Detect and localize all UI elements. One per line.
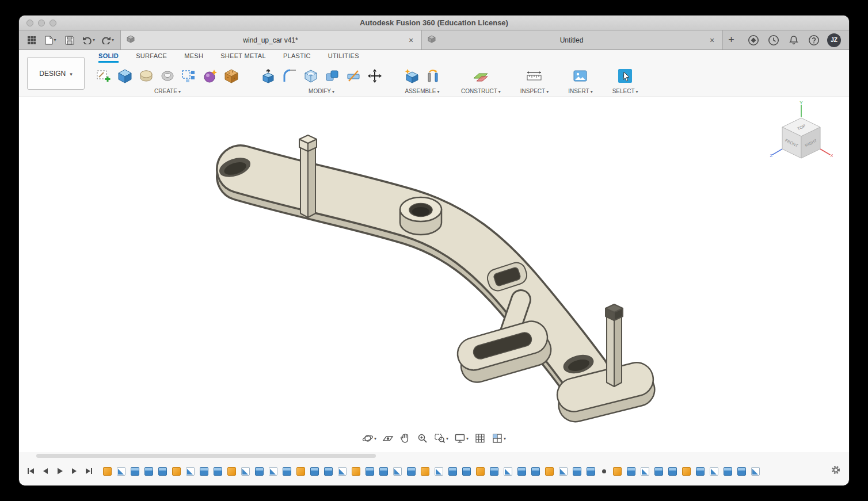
timeline-feature-flag-icon[interactable]	[710, 467, 718, 476]
timeline-feature-sketch-icon[interactable]	[172, 467, 181, 476]
insert-image-icon[interactable]	[572, 67, 589, 85]
gear-icon[interactable]	[831, 465, 841, 477]
timeline-feature-extrude-icon[interactable]	[627, 467, 635, 476]
timeline-feature-extrude-icon[interactable]	[324, 467, 333, 476]
group-assemble-dropdown[interactable]: ASSEMBLE	[405, 88, 440, 94]
group-insert-dropdown[interactable]: INSERT	[568, 88, 593, 94]
doc-tab-wind-up-car[interactable]: wind_up_car v41*	[120, 30, 421, 49]
file-icon[interactable]	[44, 33, 58, 47]
timeline-feature-flag-icon[interactable]	[751, 467, 760, 476]
tab-close-icon[interactable]	[406, 36, 416, 45]
timeline-feature-extrude-icon[interactable]	[462, 467, 471, 476]
minimize-window-button[interactable]	[38, 20, 45, 26]
timeline-feature-flag-icon[interactable]	[117, 467, 125, 476]
timeline-feature-extrude-icon[interactable]	[158, 467, 167, 476]
timeline-feature-extrude-icon[interactable]	[517, 467, 526, 476]
tab-close-icon[interactable]	[707, 36, 717, 45]
timeline-feature-sketch-icon[interactable]	[613, 467, 622, 476]
timeline-feature-extrude-icon[interactable]	[407, 467, 416, 476]
construction-plane-icon[interactable]	[472, 67, 489, 85]
timeline-feature-sketch-icon[interactable]	[545, 467, 554, 476]
doc-tab-untitled[interactable]: Untitled	[421, 30, 722, 49]
cylinder-hole-icon[interactable]	[159, 67, 176, 85]
timeline-feature-extrude-icon[interactable]	[255, 467, 264, 476]
workspace-selector-button[interactable]: DESIGN	[27, 57, 85, 90]
revolve-icon[interactable]	[138, 67, 155, 85]
timeline-feature-extrude-icon[interactable]	[379, 467, 388, 476]
timeline-feature-extrude-icon[interactable]	[490, 467, 498, 476]
ribbon-tab-utilities[interactable]: UTILITIES	[328, 52, 359, 63]
go-to-start-button[interactable]	[26, 466, 36, 476]
clock-icon[interactable]	[767, 33, 781, 47]
textured-cube-icon[interactable]	[223, 67, 240, 85]
shell-icon[interactable]	[302, 67, 319, 85]
timeline-feature-flag-icon[interactable]	[393, 467, 402, 476]
timeline-feature-extrude-icon[interactable]	[724, 467, 732, 476]
primitive-box-icon[interactable]	[116, 67, 134, 85]
app-grid-icon[interactable]	[25, 33, 39, 47]
timeline-feature-extrude-icon[interactable]	[654, 467, 663, 476]
create-form-icon[interactable]	[201, 67, 219, 85]
group-construct-dropdown[interactable]: CONSTRUCT	[461, 88, 501, 94]
orbit-icon[interactable]: ▾	[362, 433, 376, 444]
fillet-icon[interactable]	[281, 67, 298, 85]
play-button[interactable]	[55, 466, 65, 476]
extensions-icon[interactable]	[747, 33, 760, 47]
timeline-feature-sketch-icon[interactable]	[476, 467, 485, 476]
zoom-icon[interactable]	[417, 433, 428, 444]
ribbon-tab-mesh[interactable]: MESH	[184, 52, 203, 63]
timeline-feature-flag-icon[interactable]	[435, 467, 443, 476]
timeline-feature-extrude-icon[interactable]	[668, 467, 677, 476]
timeline-feature-extrude-icon[interactable]	[200, 467, 208, 476]
joint-icon[interactable]	[424, 67, 441, 85]
step-forward-button[interactable]	[69, 466, 79, 476]
bell-icon[interactable]	[787, 33, 801, 47]
undo-icon[interactable]	[82, 33, 96, 47]
group-create-dropdown[interactable]: CREATE	[154, 88, 181, 94]
timeline-feature-extrude-icon[interactable]	[310, 467, 319, 476]
timeline-feature-flag-icon[interactable]	[338, 467, 347, 476]
ribbon-tab-sheet-metal[interactable]: SHEET METAL	[220, 52, 266, 63]
timeline-feature-extrude-icon[interactable]	[531, 467, 540, 476]
press-pull-icon[interactable]	[260, 67, 277, 85]
new-component-icon[interactable]	[403, 67, 420, 85]
combine-icon[interactable]	[323, 67, 341, 85]
timeline-scrollbar[interactable]	[36, 454, 376, 458]
timeline-feature-point-icon[interactable]	[602, 469, 606, 473]
timeline-feature-flag-icon[interactable]	[559, 467, 568, 476]
display-settings-icon[interactable]: ▾	[454, 433, 469, 444]
timeline-feature-extrude-icon[interactable]	[144, 467, 153, 476]
timeline-feature-sketch-icon[interactable]	[296, 467, 305, 476]
create-sketch-icon[interactable]	[95, 67, 112, 85]
model-3d[interactable]	[180, 114, 658, 425]
timeline-feature-sketch-icon[interactable]	[352, 467, 360, 476]
redo-icon[interactable]	[101, 33, 115, 47]
close-window-button[interactable]	[26, 20, 33, 26]
timeline-feature-flag-icon[interactable]	[504, 467, 512, 476]
timeline-feature-extrude-icon[interactable]	[696, 467, 705, 476]
viewport-canvas[interactable]: Y X Z TOP FRONT RIGHT ▾	[19, 97, 849, 452]
timeline-feature-sketch-icon[interactable]	[227, 467, 236, 476]
user-avatar[interactable]: JZ	[827, 33, 841, 47]
timeline-feature-sketch-icon[interactable]	[103, 467, 112, 476]
timeline-feature-extrude-icon[interactable]	[283, 467, 291, 476]
group-select-dropdown[interactable]: SELECT	[612, 88, 638, 94]
timeline-feature-extrude-icon[interactable]	[737, 467, 746, 476]
timeline-feature-extrude-icon[interactable]	[366, 467, 374, 476]
go-to-end-button[interactable]	[83, 466, 94, 476]
timeline-feature-flag-icon[interactable]	[186, 467, 195, 476]
ribbon-tab-plastic[interactable]: PLASTIC	[283, 52, 311, 63]
timeline-feature-extrude-icon[interactable]	[448, 467, 457, 476]
group-modify-dropdown[interactable]: MODIFY	[309, 88, 334, 94]
grid-icon[interactable]	[474, 433, 486, 444]
timeline-feature-extrude-icon[interactable]	[214, 467, 222, 476]
zoom-window-button[interactable]	[50, 20, 56, 26]
pan-icon[interactable]	[399, 433, 411, 444]
view-cube[interactable]: Y X Z TOP FRONT RIGHT	[770, 101, 833, 170]
timeline-feature-sketch-icon[interactable]	[421, 467, 429, 476]
split-body-icon[interactable]	[345, 67, 362, 85]
ribbon-tab-surface[interactable]: SURFACE	[136, 52, 167, 63]
timeline-feature-flag-icon[interactable]	[269, 467, 277, 476]
look-at-icon[interactable]	[382, 433, 394, 444]
timeline-feature-extrude-icon[interactable]	[573, 467, 581, 476]
